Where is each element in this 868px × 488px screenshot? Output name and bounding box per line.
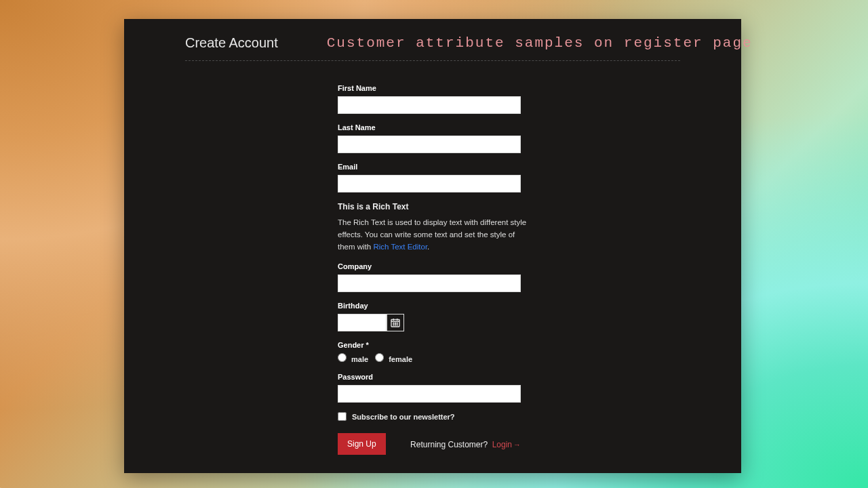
header-divider [185, 60, 680, 61]
register-form-panel: Create Account Customer attribute sample… [124, 19, 741, 473]
last-name-field: Last Name [338, 123, 528, 153]
rich-text-suffix: . [427, 243, 429, 251]
gender-male-option[interactable]: male [338, 353, 368, 363]
birthday-input[interactable] [338, 314, 387, 331]
page-subtitle: Customer attribute samples on register p… [327, 35, 753, 51]
returning-customer-text: Returning Customer? [410, 440, 488, 449]
gender-options: male female [338, 353, 528, 363]
gender-label: Gender * [338, 341, 528, 349]
login-link[interactable]: Login [492, 440, 512, 449]
first-name-field: First Name [338, 84, 528, 114]
rich-text-block: This is a Rich Text The Rich Text is use… [338, 202, 528, 253]
svg-point-5 [395, 325, 395, 325]
newsletter-label: Subscribe to our newsletter? [352, 413, 455, 421]
last-name-input[interactable] [338, 136, 521, 153]
email-label: Email [338, 163, 528, 171]
panel-header: Create Account Customer attribute sample… [124, 19, 741, 51]
rich-text-body: The Rich Text is used to display text wi… [338, 217, 528, 253]
form-actions: Sign Up Returning Customer? Login→ [338, 433, 521, 455]
company-label: Company [338, 262, 528, 270]
gender-male-label: male [351, 355, 368, 363]
svg-point-2 [395, 323, 395, 324]
calendar-button[interactable] [387, 314, 404, 331]
gender-female-option[interactable]: female [375, 353, 412, 363]
last-name-label: Last Name [338, 123, 528, 131]
register-form: First Name Last Name Email This is a Ric… [338, 84, 528, 455]
password-label: Password [338, 373, 528, 381]
birthday-label: Birthday [338, 302, 528, 310]
first-name-label: First Name [338, 84, 528, 92]
birthday-row [338, 314, 528, 331]
newsletter-checkbox[interactable] [338, 412, 347, 421]
company-field: Company [338, 262, 528, 292]
svg-point-6 [397, 325, 397, 325]
gender-female-label: female [389, 355, 412, 363]
sign-up-button[interactable]: Sign Up [338, 433, 386, 455]
svg-point-3 [397, 323, 397, 324]
birthday-field: Birthday [338, 302, 528, 331]
arrow-right-icon: → [513, 441, 521, 449]
rich-text-heading: This is a Rich Text [338, 202, 528, 211]
email-field: Email [338, 163, 528, 192]
rich-text-prefix: The Rich Text is used to display text wi… [338, 218, 526, 251]
first-name-input[interactable] [338, 96, 521, 114]
rich-text-editor-link[interactable]: Rich Text Editor [373, 243, 427, 251]
returning-customer-block: Returning Customer? Login→ [410, 438, 521, 450]
svg-point-1 [393, 323, 394, 324]
gender-field: Gender * male female [338, 341, 528, 363]
newsletter-row: Subscribe to our newsletter? [338, 412, 528, 421]
page-title: Create Account [185, 35, 278, 51]
calendar-icon [390, 317, 401, 328]
password-input[interactable] [338, 385, 521, 403]
company-input[interactable] [338, 274, 521, 292]
svg-point-4 [393, 325, 394, 325]
gender-male-radio[interactable] [338, 353, 347, 362]
password-field: Password [338, 373, 528, 403]
email-input[interactable] [338, 175, 521, 192]
gender-female-radio[interactable] [375, 353, 384, 362]
desktop-wallpaper: Create Account Customer attribute sample… [0, 0, 868, 488]
